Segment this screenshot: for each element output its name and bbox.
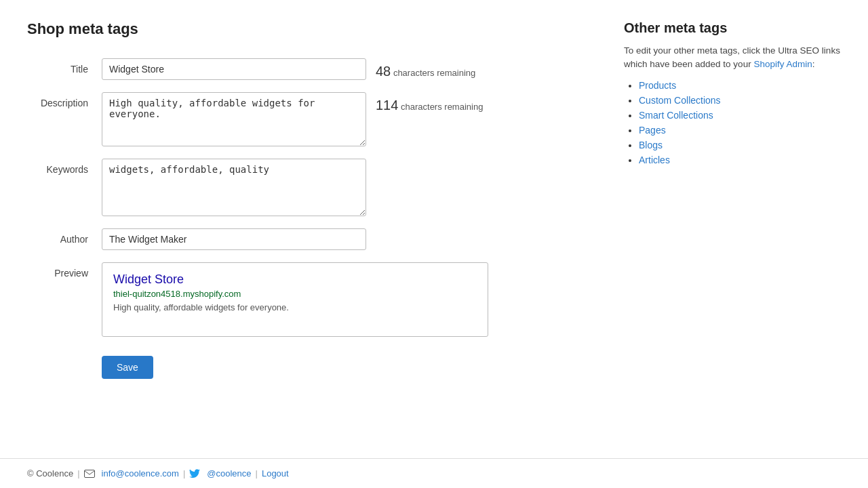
footer-sep-2: |	[183, 468, 185, 479]
preview-field-wrap: Widget Store thiel-quitzon4518.myshopify…	[102, 262, 583, 337]
description-textarea[interactable]: High quality, affordable widgets for eve…	[102, 92, 366, 146]
title-input[interactable]	[102, 58, 366, 80]
preview-url: thiel-quitzon4518.myshopify.com	[113, 289, 477, 299]
twitter-link[interactable]: @coolence	[207, 468, 251, 479]
right-panel: Other meta tags To edit your other meta …	[583, 20, 841, 438]
preview-title-link[interactable]: Widget Store	[113, 272, 477, 287]
keywords-field-wrap: widgets, affordable, quality	[102, 159, 583, 216]
articles-link[interactable]: Articles	[639, 155, 670, 165]
preview-label: Preview	[27, 262, 102, 279]
desc-char-count: 114 characters remaining	[376, 92, 483, 113]
preview-description: High quality, affordable widgets for eve…	[113, 302, 289, 312]
footer-copyright: © Coolence	[27, 468, 73, 479]
description-label: Description	[27, 92, 102, 108]
title-char-count: 48 characters remaining	[376, 58, 475, 79]
products-link[interactable]: Products	[639, 80, 676, 91]
twitter-icon	[189, 469, 203, 479]
blogs-link[interactable]: Blogs	[639, 140, 663, 150]
preview-box: Widget Store thiel-quitzon4518.myshopify…	[102, 262, 488, 337]
shopify-admin-link[interactable]: Shopify Admin	[753, 59, 812, 69]
author-row: Author	[27, 228, 583, 250]
other-meta-title: Other meta tags	[624, 20, 841, 36]
list-item: Smart Collections	[639, 110, 841, 121]
footer: © Coolence | info@coolence.com | @coolen…	[0, 458, 868, 488]
author-label: Author	[27, 228, 102, 245]
other-links-list: Products Custom Collections Smart Collec…	[624, 80, 841, 165]
email-link[interactable]: info@coolence.com	[102, 468, 179, 479]
list-item: Pages	[639, 125, 841, 136]
footer-sep-1: |	[77, 468, 79, 479]
other-meta-description: To edit your other meta tags, click the …	[624, 44, 841, 72]
custom-collections-link[interactable]: Custom Collections	[639, 95, 721, 106]
pages-link[interactable]: Pages	[639, 125, 666, 136]
author-input[interactable]	[102, 228, 366, 250]
keywords-row: Keywords widgets, affordable, quality	[27, 159, 583, 216]
title-label: Title	[27, 58, 102, 75]
page-wrapper: Shop meta tags Title 48 characters remai…	[0, 0, 868, 488]
svg-rect-0	[84, 470, 94, 477]
left-panel: Shop meta tags Title 48 characters remai…	[27, 20, 583, 438]
keywords-textarea[interactable]: widgets, affordable, quality	[102, 159, 366, 216]
list-item: Custom Collections	[639, 95, 841, 106]
list-item: Products	[639, 80, 841, 91]
list-item: Articles	[639, 155, 841, 165]
desc-char-label: characters remaining	[401, 102, 483, 112]
keywords-label: Keywords	[27, 159, 102, 175]
page-title: Shop meta tags	[27, 20, 583, 38]
desc-field-wrap: High quality, affordable widgets for eve…	[102, 92, 583, 146]
save-button[interactable]: Save	[102, 356, 153, 379]
description-row: Description High quality, affordable wid…	[27, 92, 583, 146]
title-count-number: 48	[376, 64, 391, 79]
footer-sep-3: |	[256, 468, 258, 479]
main-content: Shop meta tags Title 48 characters remai…	[0, 0, 868, 458]
list-item: Blogs	[639, 140, 841, 150]
smart-collections-link[interactable]: Smart Collections	[639, 110, 713, 121]
title-row: Title 48 characters remaining	[27, 58, 583, 80]
preview-row: Preview Widget Store thiel-quitzon4518.m…	[27, 262, 583, 337]
author-field-wrap	[102, 228, 583, 250]
email-icon	[84, 470, 98, 478]
desc-count-number: 114	[376, 98, 398, 113]
title-char-label: characters remaining	[393, 68, 475, 78]
title-field-wrap: 48 characters remaining	[102, 58, 583, 80]
logout-link[interactable]: Logout	[262, 468, 289, 479]
other-desc-end: :	[812, 59, 815, 69]
